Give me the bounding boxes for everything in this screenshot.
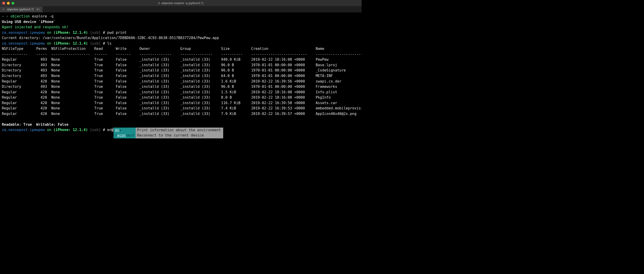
traffic-lights bbox=[0, 2, 14, 4]
autocomplete-popup[interactable]: env reconnect Print information about th… bbox=[114, 128, 223, 138]
maximize-icon[interactable] bbox=[12, 2, 14, 4]
titlebar: 2. objection explore -q (python3.7) bbox=[0, 0, 362, 6]
close-icon[interactable] bbox=[2, 2, 5, 4]
terminal-output[interactable]: ~ » objection explore -q Using USB devic… bbox=[0, 12, 362, 134]
minimize-icon[interactable] bbox=[7, 2, 10, 4]
autocomplete-description: Print information about the environment bbox=[137, 128, 221, 133]
tab-label: objection (python3.7) bbox=[7, 8, 34, 11]
autocomplete-item[interactable]: env bbox=[115, 128, 134, 133]
autocomplete-item[interactable]: reconnect bbox=[115, 133, 134, 138]
tab-objection[interactable]: ✕ objection (python3.7) ⌘1 bbox=[0, 6, 43, 12]
tabbar: ✕ objection (python3.7) ⌘1 bbox=[0, 6, 362, 12]
tab-shortcut: ⌘1 bbox=[36, 8, 40, 11]
autocomplete-description: Reconnect to the current device bbox=[137, 133, 221, 138]
window-title: 2. objection explore -q (python3.7) bbox=[158, 1, 204, 5]
close-icon[interactable]: ✕ bbox=[2, 8, 4, 11]
